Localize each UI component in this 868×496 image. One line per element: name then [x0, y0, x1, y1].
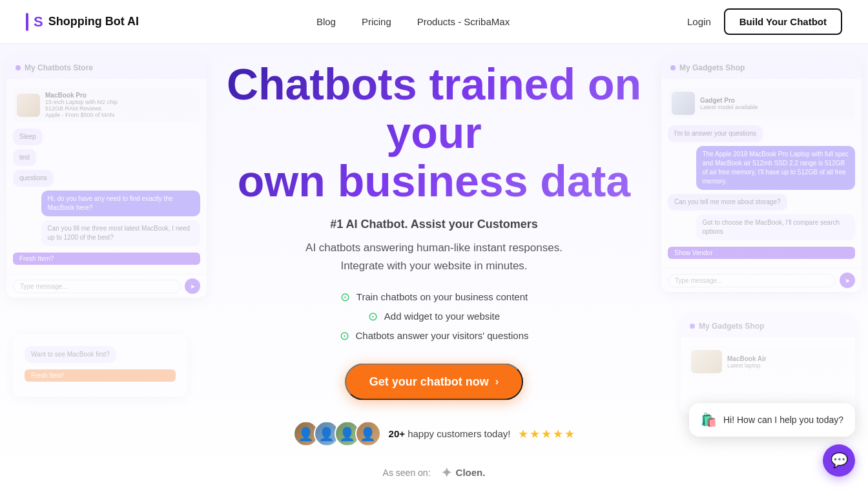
social-proof: 👤 👤 👤 👤 20+ happy customers today! ★ ★ ★… — [221, 420, 647, 446]
chat-bubble-icon: 💬 — [831, 452, 848, 469]
nav-link-blog[interactable]: Blog — [316, 16, 336, 27]
hero-subtitle: #1 AI Chatbot. Assist your Customers — [221, 218, 647, 231]
star-5: ★ — [564, 426, 575, 440]
hero-content: Chatbots trained on your own business da… — [221, 60, 647, 480]
star-3: ★ — [541, 426, 552, 440]
cloen-star-icon: ✦ — [441, 464, 452, 480]
star-1: ★ — [518, 426, 528, 440]
cloen-logo: ✦ Cloen. — [441, 464, 486, 480]
nav-logo[interactable]: S Shopping Bot AI — [26, 13, 139, 31]
hero-section: My Chatbots Store MacBook Pro15-inch Lap… — [0, 44, 868, 496]
mockup-input-right — [668, 274, 836, 287]
login-link[interactable]: Login — [687, 16, 711, 27]
logo-text: Shopping Bot AI — [48, 15, 139, 28]
chat-widget-open-button[interactable]: 💬 — [823, 444, 855, 477]
as-seen-on: As seen on: ✦ Cloen. — [221, 464, 647, 480]
nav-link-pricing[interactable]: Pricing — [362, 16, 391, 27]
avatar-4: 👤 — [355, 420, 381, 446]
social-proof-text: 20+ happy customers today! — [389, 428, 511, 439]
mockup-right: My Gadgets Shop Gadget ProLatest model a… — [661, 57, 862, 292]
mockup-left: My Chatbots Store MacBook Pro15-inch Lap… — [6, 57, 207, 298]
feature-2: ⊙ Add widget to your website — [368, 309, 500, 323]
chat-widget-bubble: 🛍️ Hi! How can I help you today? — [689, 403, 855, 437]
feature-1: ⊙ Train chatbots on your business conten… — [340, 289, 528, 304]
check-icon-3: ⊙ — [340, 328, 349, 342]
hero-description: AI chatbots answering human-like instant… — [221, 239, 647, 274]
star-2: ★ — [530, 426, 540, 440]
hero-features: ⊙ Train chatbots on your business conten… — [221, 289, 647, 342]
build-chatbot-button[interactable]: Build Your Chatbot — [724, 8, 842, 35]
nav-link-products[interactable]: Products - ScribaMax — [417, 16, 510, 27]
widget-emoji-icon: 🛍️ — [701, 412, 717, 428]
logo-bar-icon — [26, 13, 28, 31]
navbar: S Shopping Bot AI Blog Pricing Products … — [0, 0, 868, 44]
star-rating: ★ ★ ★ ★ ★ — [518, 426, 575, 440]
logo-letter: S — [34, 14, 43, 30]
hero-title: Chatbots trained on your own business da… — [221, 60, 647, 205]
nav-links: Blog Pricing Products - ScribaMax — [316, 16, 510, 27]
hero-cta-button[interactable]: Get your chatbot now › — [345, 363, 523, 400]
mockup-left-lower: Want to see MacBook first? Fresh Item! — [13, 335, 187, 397]
cta-arrow-icon: › — [495, 376, 499, 388]
chat-widget: 🛍️ Hi! How can I help you today? 💬 — [689, 403, 855, 477]
check-icon-2: ⊙ — [368, 309, 378, 323]
mockup-input-left — [13, 280, 181, 293]
customer-avatars: 👤 👤 👤 👤 — [293, 420, 381, 446]
nav-actions: Login Build Your Chatbot — [687, 8, 842, 35]
check-icon-1: ⊙ — [340, 289, 350, 304]
mockup-right-lower: My Gadgets Shop MacBook AirLatest laptop — [681, 315, 855, 415]
feature-3: ⊙ Chatbots answer your visitors' questio… — [340, 328, 529, 342]
star-4: ★ — [553, 426, 563, 440]
